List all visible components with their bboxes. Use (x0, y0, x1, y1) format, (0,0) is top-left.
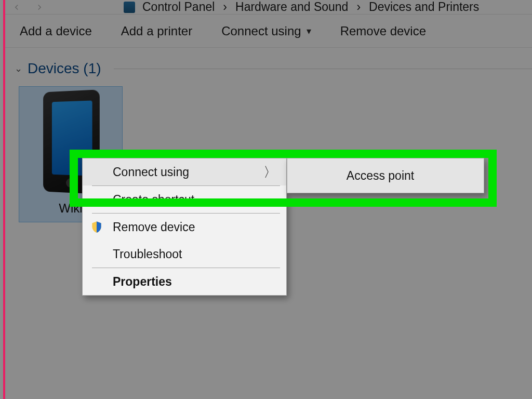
menu-item-troubleshoot[interactable]: Troubleshoot (83, 241, 286, 268)
add-device-button[interactable]: Add a device (20, 24, 92, 38)
chevron-right-icon: › (219, 0, 231, 14)
submenu-item-access-point[interactable]: Access point (287, 158, 484, 193)
section-title: Devices (1) (28, 60, 101, 77)
chevron-right-icon: › (352, 0, 365, 14)
address-bar[interactable]: Control Panel › Hardware and Sound › Dev… (5, 0, 532, 15)
shield-icon (90, 220, 103, 234)
menu-item-connect-using[interactable]: Connect using 〉 (83, 158, 286, 185)
add-printer-button[interactable]: Add a printer (121, 24, 192, 38)
command-toolbar: Add a device Add a printer Connect using… (5, 15, 532, 48)
menu-item-properties[interactable]: Properties (83, 268, 286, 295)
devices-section-header[interactable]: ⌄ Devices (1) (5, 48, 532, 81)
nav-back-button[interactable] (5, 0, 28, 15)
chevron-down-icon: ⌄ (15, 63, 22, 74)
breadcrumb-item[interactable]: Hardware and Sound (231, 0, 352, 14)
nav-forward-button[interactable] (28, 0, 51, 15)
breadcrumb-item[interactable]: Devices and Printers (365, 0, 483, 14)
chevron-right-icon: 〉 (263, 163, 277, 181)
remove-device-button[interactable]: Remove device (340, 24, 426, 38)
breadcrumb-item[interactable]: Control Panel (138, 0, 219, 14)
context-menu: Connect using 〉 Create shortcut Remove d… (82, 158, 287, 296)
control-panel-icon (124, 2, 135, 13)
menu-item-create-shortcut[interactable]: Create shortcut (83, 186, 286, 213)
chevron-down-icon: ▾ (307, 25, 311, 37)
context-submenu: Access point (287, 158, 484, 193)
divider (114, 69, 532, 69)
connect-using-dropdown[interactable]: Connect using ▾ (221, 24, 311, 38)
menu-item-remove-device[interactable]: Remove device (83, 214, 286, 241)
